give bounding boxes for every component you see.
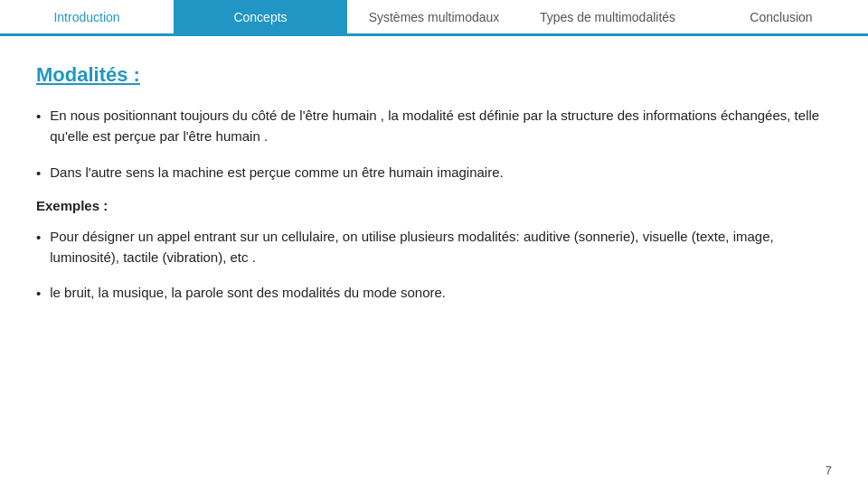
- example-icon-2: •: [36, 283, 41, 304]
- example-text-2: le bruit, la musique, la parole sont des…: [50, 282, 446, 303]
- nav-label-introduction: Introduction: [53, 10, 119, 24]
- nav-label-types: Types de multimodalités: [540, 10, 675, 24]
- bullet-item-1: • En nous positionnant toujours du côté …: [36, 105, 832, 147]
- bullet-icon-1: •: [36, 106, 41, 127]
- bullet-text-1: En nous positionnant toujours du côté de…: [50, 105, 832, 147]
- nav-item-systemes[interactable]: Systèmes multimodaux: [347, 0, 521, 36]
- example-text-1: Pour désigner un appel entrant sur un ce…: [50, 226, 832, 268]
- nav-item-introduction[interactable]: Introduction: [0, 0, 174, 36]
- page-number: 7: [826, 464, 832, 477]
- nav-label-concepts: Concepts: [233, 10, 287, 24]
- examples-title: Exemples :: [36, 198, 832, 213]
- navbar: Introduction Concepts Systèmes multimoda…: [0, 0, 868, 36]
- example-item-2: • le bruit, la musique, la parole sont d…: [36, 282, 832, 304]
- example-item-1: • Pour désigner un appel entrant sur un …: [36, 226, 832, 268]
- nav-item-conclusion[interactable]: Conclusion: [694, 0, 868, 36]
- nav-item-concepts[interactable]: Concepts: [174, 0, 347, 36]
- bullet-item-2: • Dans l'autre sens la machine est perçu…: [36, 162, 832, 183]
- main-content: Modalités : • En nous positionnant toujo…: [0, 36, 868, 337]
- section-title: Modalités :: [36, 63, 832, 87]
- bullet-text-2: Dans l'autre sens la machine est perçue …: [50, 162, 503, 183]
- bullet-icon-2: •: [36, 163, 41, 183]
- nav-item-types[interactable]: Types de multimodalités: [521, 0, 694, 36]
- example-icon-1: •: [36, 227, 41, 248]
- nav-label-conclusion: Conclusion: [750, 10, 812, 24]
- nav-label-systemes: Systèmes multimodaux: [369, 10, 500, 24]
